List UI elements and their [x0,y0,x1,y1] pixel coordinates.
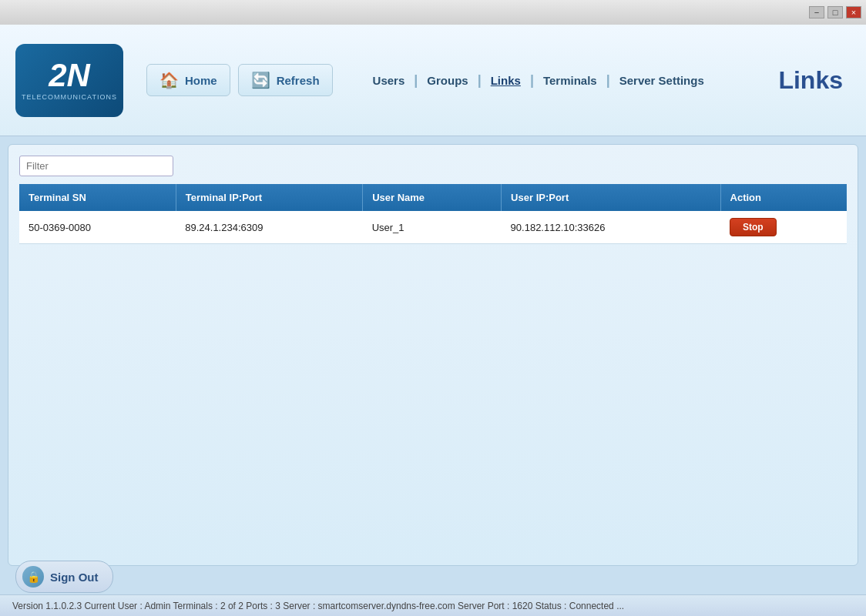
header: 2N TELECOMMUNICATIONS 🏠 Home 🔄 Refresh U… [0,25,866,136]
minimize-button[interactable]: − [809,6,824,18]
sign-out-label: Sign Out [50,571,99,584]
nav-server-settings[interactable]: Server Settings [610,71,713,90]
cell-action: Stop [720,211,847,244]
nav-links-item[interactable]: Links [482,71,530,90]
table-row: 50-0369-008089.24.1.234:6309User_190.182… [19,211,847,244]
page-title: Links [778,66,843,95]
nav-groups[interactable]: Groups [418,71,477,90]
nav-users[interactable]: Users [364,71,415,90]
cell-user_name: User_1 [363,211,502,244]
col-user-name: User Name [363,184,502,211]
refresh-label: Refresh [277,74,320,87]
col-terminal-sn: Terminal SN [19,184,176,211]
main-content: Terminal SN Terminal IP:Port User Name U… [8,144,858,566]
filter-input[interactable] [19,156,173,176]
cell-user_ip_port: 90.182.112.10:33626 [502,211,720,244]
home-button[interactable]: 🏠 Home [146,64,230,96]
bottom-bar: 🔒 Sign Out [0,561,866,593]
table-header-row: Terminal SN Terminal IP:Port User Name U… [19,184,847,211]
col-action: Action [720,184,847,211]
data-table: Terminal SN Terminal IP:Port User Name U… [19,184,847,244]
nav-links: Users | Groups | Links | Terminals | Ser… [364,71,713,90]
col-terminal-ip: Terminal IP:Port [176,184,362,211]
home-label: Home [185,74,217,87]
cell-terminal_ip_port: 89.24.1.234:6309 [176,211,362,244]
col-user-ip: User IP:Port [502,184,720,211]
sign-out-button[interactable]: 🔒 Sign Out [15,561,113,593]
status-bar: Version 1.1.0.2.3 Current User : Admin T… [0,594,866,616]
refresh-icon: 🔄 [251,71,270,89]
stop-button[interactable]: Stop [730,218,777,236]
title-bar: − □ × [0,0,866,25]
cell-terminal_sn: 50-0369-0080 [19,211,176,244]
close-button[interactable]: × [846,6,861,18]
sign-out-icon: 🔒 [22,566,44,588]
logo: 2N TELECOMMUNICATIONS [15,44,123,117]
restore-button[interactable]: □ [827,6,843,18]
logo-brand: 2N [49,59,90,92]
refresh-button[interactable]: 🔄 Refresh [238,64,333,96]
status-text: Version 1.1.0.2.3 Current User : Admin T… [12,601,624,611]
nav-terminals[interactable]: Terminals [534,71,606,90]
logo-subtitle: TELECOMMUNICATIONS [22,93,117,101]
home-icon: 🏠 [159,71,179,89]
nav-buttons: 🏠 Home 🔄 Refresh [146,64,333,96]
